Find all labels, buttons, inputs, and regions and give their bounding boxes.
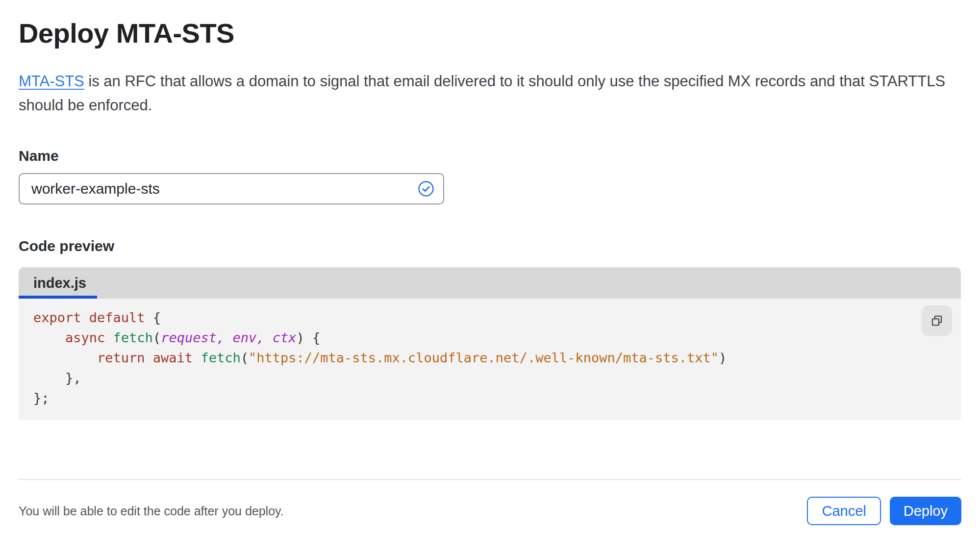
copy-icon [930,313,944,328]
code-preview-label: Code preview [19,238,961,254]
code-line: }, [33,368,961,388]
page-description-text: is an RFC that allows a domain to signal… [19,73,945,114]
code-area: export default { async fetch(request, en… [19,299,961,420]
page-title: Deploy MTA-STS [19,17,961,50]
code-line: export default { [33,307,961,328]
footer: You will be able to edit the code after … [19,497,961,525]
check-circle-icon [418,180,434,197]
code-content: export default { async fetch(request, en… [19,307,961,408]
code-editor: index.js export default { async fetch(re… [19,267,961,420]
code-line: return await fetch("https://mta-sts.mx.c… [33,348,961,368]
deploy-button[interactable]: Deploy [890,497,961,525]
deploy-mta-sts-page: Deploy MTA-STS MTA-STS is an RFC that al… [0,0,980,525]
footer-divider [19,479,961,480]
code-tab-bar: index.js [19,267,961,299]
tab-index-js[interactable]: index.js [19,267,97,299]
code-line: async fetch(request, env, ctx) { [33,328,961,348]
page-description: MTA-STS is an RFC that allows a domain t… [19,69,961,117]
mta-sts-link[interactable]: MTA-STS [19,73,84,90]
name-label: Name [19,148,961,164]
footer-actions: Cancel Deploy [807,497,961,525]
name-input[interactable] [19,173,444,204]
tab-index-js-label: index.js [33,275,86,291]
code-line: }; [33,388,961,408]
cancel-button[interactable]: Cancel [807,497,880,525]
copy-button[interactable] [922,305,952,336]
deploy-note: You will be able to edit the code after … [19,504,284,518]
name-input-wrap [19,173,444,204]
